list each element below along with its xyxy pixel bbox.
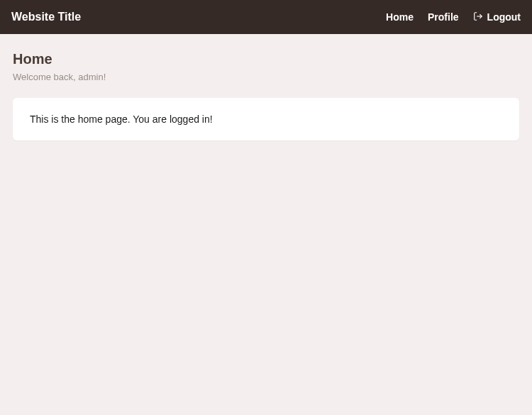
navbar-nav: Home Profile Logout (386, 11, 521, 23)
nav-link-home[interactable]: Home (386, 11, 414, 23)
page-title: Home (13, 51, 519, 67)
page-subtitle: Welcome back, admin! (13, 72, 519, 82)
navbar: Website Title Home Profile Logout (0, 0, 532, 34)
card-text: This is the home page. You are logged in… (30, 114, 502, 125)
logout-icon (473, 11, 483, 23)
nav-link-logout[interactable]: Logout (473, 11, 521, 23)
nav-link-profile[interactable]: Profile (428, 11, 459, 23)
navbar-brand[interactable]: Website Title (11, 11, 81, 23)
content-card: This is the home page. You are logged in… (13, 98, 519, 140)
main-content: Home Welcome back, admin! This is the ho… (0, 34, 532, 157)
nav-link-logout-label: Logout (487, 11, 521, 23)
